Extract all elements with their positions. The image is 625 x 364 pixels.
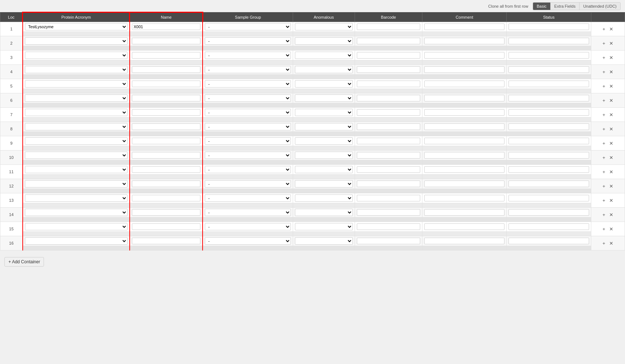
status-cell[interactable] [507,51,591,60]
barcode-cell[interactable] [355,22,422,32]
remove-row-button[interactable]: ✕ [608,55,615,61]
tab-extra-fields[interactable]: Extra Fields [551,3,580,10]
name-input[interactable] [132,52,201,59]
status-cell[interactable] [507,179,591,189]
status-cell[interactable] [507,65,591,75]
anomalous-select[interactable] [295,123,353,130]
name-cell[interactable] [130,51,203,60]
add-row-button[interactable]: + [601,197,607,204]
name-input[interactable] [132,95,201,101]
barcode-cell[interactable] [355,208,422,218]
samplegroup-select[interactable]: - [205,166,291,173]
remove-row-button[interactable]: ✕ [608,40,615,47]
name-cell[interactable] [130,179,203,189]
samplegroup-cell[interactable]: - [203,222,293,232]
anomalous-cell[interactable] [293,51,355,60]
comment-input[interactable] [424,81,504,87]
comment-cell[interactable] [422,108,506,118]
remove-row-button[interactable]: ✕ [608,240,615,246]
barcode-input[interactable] [357,138,420,144]
add-row-button[interactable]: + [601,112,607,118]
name-cell[interactable] [130,36,203,46]
barcode-input[interactable] [357,123,420,130]
samplegroup-cell[interactable]: - [203,122,293,132]
protein-cell[interactable] [23,136,130,146]
status-cell[interactable] [507,108,591,118]
protein-select[interactable] [25,166,127,173]
comment-cell[interactable] [422,165,506,175]
anomalous-select[interactable] [295,180,353,187]
anomalous-cell[interactable] [293,179,355,189]
anomalous-select[interactable] [295,109,353,116]
name-input[interactable] [132,209,201,216]
status-input[interactable] [508,238,589,244]
barcode-input[interactable] [357,223,420,230]
name-input[interactable] [132,238,201,244]
anomalous-cell[interactable] [293,236,355,246]
samplegroup-select[interactable]: - [205,52,291,59]
barcode-cell[interactable] [355,136,422,146]
protein-cell[interactable] [23,65,130,75]
protein-select[interactable] [25,194,127,202]
status-input[interactable] [508,223,589,230]
status-input[interactable] [508,123,589,130]
status-input[interactable] [508,195,589,201]
comment-cell[interactable] [422,208,506,218]
barcode-cell[interactable] [355,108,422,118]
comment-input[interactable] [424,109,504,116]
anomalous-cell[interactable] [293,93,355,103]
barcode-input[interactable] [357,181,420,187]
remove-row-button[interactable]: ✕ [608,183,615,189]
barcode-cell[interactable] [355,122,422,132]
status-input[interactable] [508,181,589,187]
barcode-input[interactable] [357,109,420,116]
status-input[interactable] [508,81,589,87]
add-row-button[interactable]: + [601,169,607,175]
anomalous-select[interactable] [295,166,353,173]
protein-cell[interactable] [23,36,130,46]
protein-select[interactable] [25,223,127,230]
status-cell[interactable] [507,151,591,160]
anomalous-select[interactable] [295,137,353,145]
protein-select[interactable] [25,180,127,187]
status-cell[interactable] [507,122,591,132]
samplegroup-cell[interactable]: - [203,108,293,118]
remove-row-button[interactable]: ✕ [608,112,615,118]
anomalous-cell[interactable] [293,108,355,118]
samplegroup-select[interactable]: - [205,123,291,130]
barcode-cell[interactable] [355,93,422,103]
protein-select[interactable] [25,152,127,159]
barcode-cell[interactable] [355,151,422,160]
protein-select[interactable] [25,137,127,145]
add-row-button[interactable]: + [601,126,607,132]
anomalous-select[interactable] [295,66,353,73]
barcode-input[interactable] [357,52,420,59]
comment-cell[interactable] [422,51,506,60]
comment-input[interactable] [424,152,504,159]
anomalous-select[interactable] [295,94,353,102]
samplegroup-cell[interactable]: - [203,93,293,103]
name-input[interactable] [132,109,201,116]
name-cell[interactable] [130,79,203,89]
status-input[interactable] [508,95,589,101]
name-input[interactable] [132,23,201,30]
comment-cell[interactable] [422,36,506,46]
comment-cell[interactable] [422,236,506,246]
status-input[interactable] [508,52,589,59]
add-row-button[interactable]: + [601,40,607,47]
protein-select[interactable] [25,109,127,116]
samplegroup-select[interactable]: - [205,137,291,145]
comment-input[interactable] [424,181,504,187]
remove-row-button[interactable]: ✕ [608,155,615,161]
samplegroup-cell[interactable]: - [203,22,293,32]
status-cell[interactable] [507,36,591,46]
add-row-button[interactable]: + [601,55,607,61]
samplegroup-cell[interactable]: - [203,193,293,203]
name-cell[interactable] [130,193,203,203]
remove-row-button[interactable]: ✕ [608,69,615,75]
comment-cell[interactable] [422,222,506,232]
comment-input[interactable] [424,223,504,230]
protein-cell[interactable]: TestLysozyme [23,22,130,32]
name-input[interactable] [132,166,201,173]
remove-row-button[interactable]: ✕ [608,26,615,32]
